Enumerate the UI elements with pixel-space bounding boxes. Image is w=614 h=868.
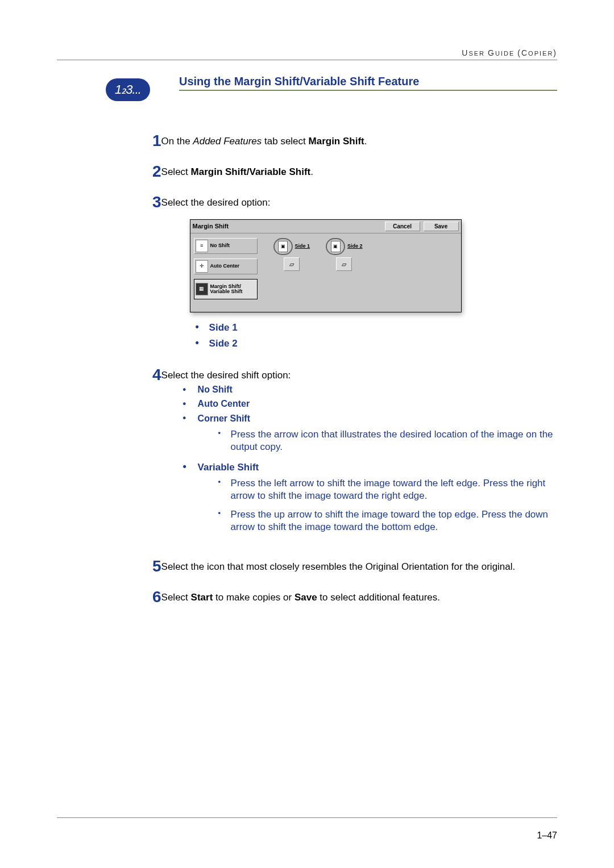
side-1-column: ▣ Side 1 ▱ <box>273 238 310 304</box>
opt-variable-shift: • Variable Shift • Press the left arrow … <box>183 461 557 539</box>
step-6: 6 Select Start to make copies or Save to… <box>102 588 557 606</box>
page-number: 1–47 <box>537 831 557 841</box>
side-2-button[interactable]: ▣ <box>326 238 345 255</box>
step-1: 1 On the Added Features tab select Margi… <box>102 132 557 150</box>
cancel-button[interactable]: Cancel <box>385 222 420 231</box>
auto-center-option[interactable]: ✛ Auto Center <box>194 258 258 274</box>
dialog-titlebar: Margin Shift Cancel Save <box>190 220 461 233</box>
side-2-icon: ▣ <box>331 241 341 252</box>
no-shift-icon: ≡ <box>196 240 208 252</box>
step-4: 4 Select the desired shift option: • No … <box>102 366 557 544</box>
margin-shift-dialog: Margin Shift Cancel Save ≡ No Shift <box>190 219 462 312</box>
step-5: 5 Select the icon that most closely rese… <box>102 557 557 575</box>
step-3: 3 Select the desired option: Margin Shif… <box>102 193 557 353</box>
opt-auto-center: • Auto Center <box>183 398 557 410</box>
page: USER GUIDE (COPIER) 1₂3... Using the Mar… <box>0 0 614 868</box>
footer-divider <box>57 817 557 818</box>
steps-123-icon: 1₂3... <box>106 78 150 101</box>
page-title: Using the Margin Shift/Variable Shift Fe… <box>179 75 557 91</box>
side-1-orientation-button[interactable]: ▱ <box>284 257 300 271</box>
header-breadcrumb: USER GUIDE (COPIER) <box>57 48 557 57</box>
side-1-icon: ▣ <box>278 241 288 252</box>
auto-center-icon: ✛ <box>196 260 208 273</box>
side-1-button[interactable]: ▣ <box>273 238 293 255</box>
orientation-icon: ▱ <box>342 260 346 268</box>
bullet-side-2: • Side 2 <box>196 337 557 350</box>
bullet-side-1: • Side 1 <box>196 322 557 334</box>
orientation-icon: ▱ <box>289 260 294 268</box>
side-2-column: ▣ Side 2 ▱ <box>326 238 363 304</box>
side-2-orientation-button[interactable]: ▱ <box>336 257 352 271</box>
dialog-title: Margin Shift <box>193 222 381 230</box>
opt-corner-shift: • Corner Shift • Press the arrow icon th… <box>183 412 557 459</box>
save-button[interactable]: Save <box>424 222 459 231</box>
margin-variable-icon: ▦ <box>196 283 208 295</box>
margin-variable-shift-option[interactable]: ▦ Margin Shift/ Variable Shift <box>194 279 258 299</box>
step-2: 2 Select Margin Shift/Variable Shift. <box>102 162 557 181</box>
no-shift-option[interactable]: ≡ No Shift <box>194 238 258 254</box>
opt-no-shift: • No Shift <box>183 384 557 396</box>
header-divider <box>57 60 557 60</box>
